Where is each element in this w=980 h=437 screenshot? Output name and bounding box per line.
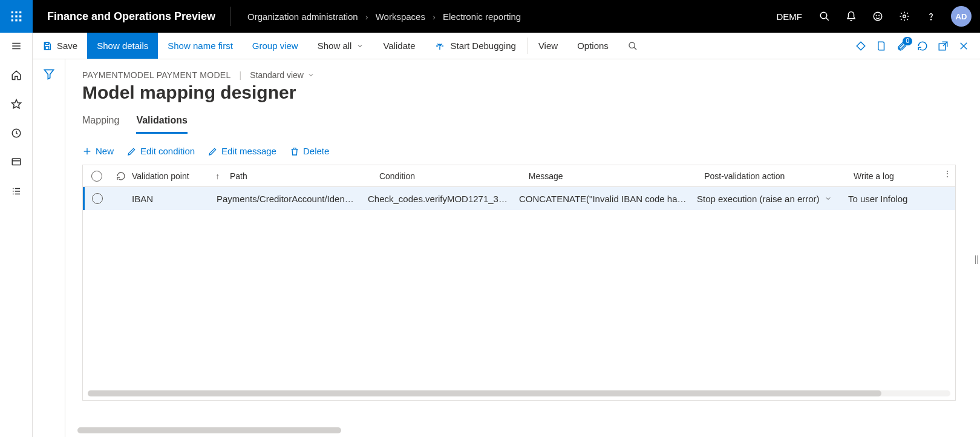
help-icon[interactable]	[924, 10, 938, 23]
model-name: PAYMENTMODEL PAYMENT MODEL	[82, 70, 231, 80]
workspace-icon[interactable]	[9, 155, 24, 169]
main-content: PAYMENTMODEL PAYMENT MODEL | Standard vi…	[65, 59, 980, 437]
col-write-a-log[interactable]: Write a log	[854, 171, 955, 181]
edit-condition-label: Edit condition	[140, 146, 195, 156]
save-button[interactable]: Save	[33, 33, 87, 59]
clock-icon[interactable]	[9, 126, 24, 140]
row-checkbox[interactable]	[92, 193, 103, 204]
svg-rect-29	[45, 42, 48, 44]
svg-rect-0	[11, 12, 13, 13]
refresh-icon[interactable]	[916, 39, 929, 53]
svg-rect-21	[12, 159, 21, 165]
delete-label: Delete	[303, 146, 329, 156]
col-post-validation-action[interactable]: Post-validation action	[704, 171, 854, 181]
svg-marker-39	[44, 70, 53, 79]
sort-asc-icon[interactable]: ↑	[215, 171, 220, 181]
svg-line-33	[634, 47, 636, 50]
select-all-checkbox[interactable]	[91, 171, 102, 182]
trash-icon	[290, 146, 299, 156]
pencil-icon	[208, 146, 218, 156]
separator: |	[240, 70, 242, 80]
attach-badge: 0	[903, 37, 912, 45]
svg-marker-34	[857, 42, 865, 50]
new-button[interactable]: New	[82, 146, 114, 156]
hamburger-icon[interactable]	[9, 39, 24, 53]
group-view-button[interactable]: Group view	[243, 33, 308, 59]
svg-point-31	[439, 44, 441, 46]
view-button[interactable]: View	[529, 33, 567, 59]
breadcrumb-item[interactable]: Organization administration	[247, 12, 358, 22]
book-icon[interactable]	[875, 39, 888, 53]
search-action-button[interactable]	[618, 33, 647, 59]
svg-rect-3	[11, 15, 13, 17]
start-debugging-label: Start Debugging	[450, 41, 515, 51]
validate-button[interactable]: Validate	[373, 33, 425, 59]
chevron-down-icon	[825, 195, 832, 202]
delete-button[interactable]: Delete	[290, 146, 329, 156]
svg-rect-6	[11, 19, 13, 21]
search-icon	[628, 41, 638, 51]
col-path[interactable]: Path	[230, 171, 379, 181]
svg-marker-19	[11, 100, 21, 108]
svg-point-15	[930, 19, 931, 20]
more-columns-icon[interactable]: ⋮	[943, 169, 952, 179]
tab-validations[interactable]: Validations	[136, 111, 187, 134]
col-message[interactable]: Message	[529, 171, 704, 181]
svg-point-11	[874, 12, 882, 21]
svg-rect-8	[19, 19, 21, 21]
funnel-icon[interactable]	[43, 68, 55, 437]
tab-mapping[interactable]: Mapping	[82, 111, 119, 134]
waffle-icon[interactable]	[0, 0, 33, 33]
chevron-right-icon: ›	[365, 12, 368, 22]
debug-icon	[434, 41, 445, 51]
edit-message-button[interactable]: Edit message	[208, 146, 276, 156]
col-condition[interactable]: Condition	[379, 171, 529, 181]
diamond-icon[interactable]	[854, 39, 867, 53]
svg-point-32	[629, 42, 635, 48]
cell-path: Payments/CreditorAccount/Iden…	[217, 194, 368, 204]
star-icon[interactable]	[9, 97, 24, 111]
save-icon	[42, 41, 52, 51]
app-title[interactable]: Finance and Operations Preview	[33, 10, 230, 23]
avatar[interactable]: AD	[951, 6, 972, 27]
grid-scrollbar[interactable]	[88, 390, 950, 396]
close-icon[interactable]	[957, 39, 970, 53]
breadcrumb-item[interactable]: Workspaces	[376, 12, 425, 22]
smiley-icon[interactable]	[871, 10, 884, 23]
gear-icon[interactable]	[898, 10, 911, 23]
svg-line-10	[826, 18, 829, 21]
attach-icon[interactable]: 0	[895, 39, 909, 53]
show-details-button[interactable]: Show details	[87, 33, 158, 59]
view-selector[interactable]: Standard view	[250, 70, 315, 80]
bell-icon[interactable]	[844, 10, 858, 23]
svg-rect-7	[15, 19, 17, 21]
options-button[interactable]: Options	[567, 33, 618, 59]
search-icon[interactable]	[818, 10, 831, 23]
popout-icon[interactable]	[936, 39, 950, 53]
cell-post-validation-action[interactable]: Stop execution (raise an error)	[697, 194, 848, 204]
refresh-grid-icon[interactable]	[116, 171, 126, 181]
modules-icon[interactable]	[9, 184, 24, 199]
breadcrumb-item[interactable]: Electronic reporting	[443, 12, 521, 22]
pencil-icon	[127, 146, 137, 156]
separator	[527, 38, 528, 54]
left-rail	[0, 33, 33, 437]
legal-entity[interactable]: DEMF	[777, 12, 805, 22]
home-icon[interactable]	[9, 68, 24, 82]
start-debugging-button[interactable]: Start Debugging	[425, 33, 525, 59]
cell-message: CONCATENATE("Invalid IBAN code ha…	[519, 194, 697, 204]
cell-condition: Check_codes.verifyMOD1271_3…	[368, 194, 519, 204]
edit-condition-button[interactable]: Edit condition	[127, 146, 195, 156]
grid-header: Validation point ↑ Path Condition Messag…	[83, 165, 955, 187]
col-validation-point[interactable]: Validation point	[132, 171, 215, 181]
grid-toolbar: New Edit condition Edit message Delete	[82, 146, 980, 156]
show-name-first-button[interactable]: Show name first	[158, 33, 243, 59]
chevron-down-icon	[307, 71, 315, 79]
chevron-down-icon	[356, 42, 364, 50]
topbar-right: DEMF AD	[777, 6, 981, 27]
panel-grip-icon[interactable]: ||	[975, 254, 979, 264]
svg-rect-5	[19, 15, 21, 17]
page-scrollbar[interactable]	[77, 427, 956, 433]
table-row[interactable]: IBAN Payments/CreditorAccount/Iden… Chec…	[82, 187, 955, 210]
show-all-dropdown[interactable]: Show all	[308, 33, 374, 59]
